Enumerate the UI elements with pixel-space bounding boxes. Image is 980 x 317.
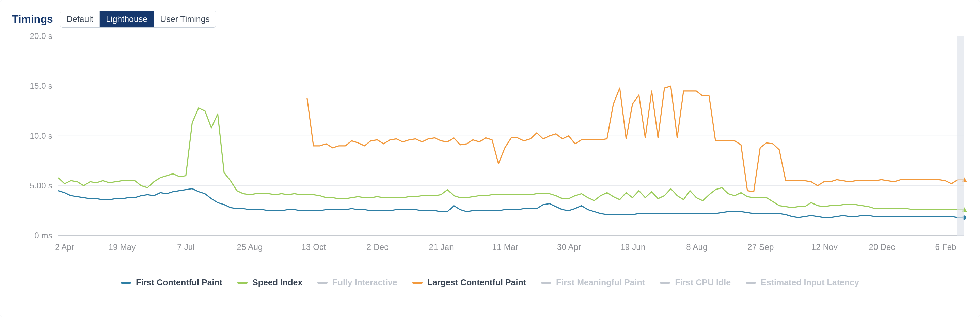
legend-swatch [121, 282, 131, 283]
chart-area[interactable]: 0 ms5.00 s10.0 s15.0 s20.0 s2 Apr19 May7… [7, 31, 973, 271]
legend-swatch [317, 282, 328, 283]
legend-swatch [660, 282, 670, 283]
legend-label: Fully Interactive [332, 277, 397, 287]
x-tick-label: 30 Apr [557, 242, 581, 252]
legend-label: First Contentful Paint [136, 277, 222, 287]
legend-label: Largest Contentful Paint [427, 277, 526, 287]
x-tick-label: 2 Dec [367, 242, 388, 252]
legend-item-largest-contentful-paint[interactable]: Largest Contentful Paint [412, 277, 526, 287]
y-tick-label: 10.0 s [30, 131, 57, 141]
timings-chart-svg [7, 31, 973, 271]
tab-user-timings[interactable]: User Timings [154, 11, 216, 27]
chart-legend: First Contentful PaintSpeed IndexFully I… [7, 277, 973, 287]
legend-swatch [237, 282, 248, 283]
hover-indicator [957, 36, 964, 235]
tab-default[interactable]: Default [60, 11, 100, 27]
x-tick-label: 11 Mar [492, 242, 518, 252]
legend-item-first-meaningful-paint[interactable]: First Meaningful Paint [541, 277, 645, 287]
series-speed-index[interactable] [58, 108, 964, 210]
view-tabs: DefaultLighthouseUser Timings [60, 11, 216, 27]
y-tick-label: 15.0 s [30, 81, 57, 91]
x-tick-label: 19 Jun [620, 242, 645, 252]
series-largest-contentful-paint[interactable] [307, 86, 964, 192]
legend-item-estimated-input-latency[interactable]: Estimated Input Latency [746, 277, 859, 287]
y-tick-label: 5.00 s [30, 181, 57, 191]
legend-label: First Meaningful Paint [556, 277, 645, 287]
y-tick-label: 0 ms [34, 231, 57, 240]
legend-swatch [541, 282, 551, 283]
legend-item-speed-index[interactable]: Speed Index [237, 277, 302, 287]
x-tick-label: 2 Apr [55, 242, 74, 252]
timings-panel: Timings DefaultLighthouseUser Timings 0 … [0, 0, 980, 317]
x-tick-label: 20 Dec [869, 242, 895, 252]
x-tick-label: 25 Aug [237, 242, 263, 252]
x-tick-label: 7 Jul [177, 242, 195, 252]
tab-lighthouse[interactable]: Lighthouse [100, 11, 154, 27]
x-tick-label: 27 Sep [748, 242, 774, 252]
x-tick-label: 13 Oct [301, 242, 326, 252]
legend-item-first-contentful-paint[interactable]: First Contentful Paint [121, 277, 222, 287]
y-tick-label: 20.0 s [30, 31, 57, 41]
x-tick-label: 12 Nov [811, 242, 838, 252]
series-first-contentful-paint[interactable] [58, 189, 964, 218]
panel-header: Timings DefaultLighthouseUser Timings [7, 11, 973, 27]
panel-title: Timings [12, 13, 53, 26]
legend-swatch [746, 282, 756, 283]
legend-label: Estimated Input Latency [761, 277, 859, 287]
x-tick-label: 8 Aug [686, 242, 707, 252]
x-tick-label: 19 May [109, 242, 136, 252]
legend-item-fully-interactive[interactable]: Fully Interactive [317, 277, 397, 287]
legend-label: First CPU Idle [675, 277, 731, 287]
legend-swatch [412, 282, 423, 283]
legend-label: Speed Index [252, 277, 302, 287]
legend-item-first-cpu-idle[interactable]: First CPU Idle [660, 277, 731, 287]
x-tick-label: 21 Jan [429, 242, 454, 252]
x-tick-label: 6 Feb [935, 242, 956, 252]
